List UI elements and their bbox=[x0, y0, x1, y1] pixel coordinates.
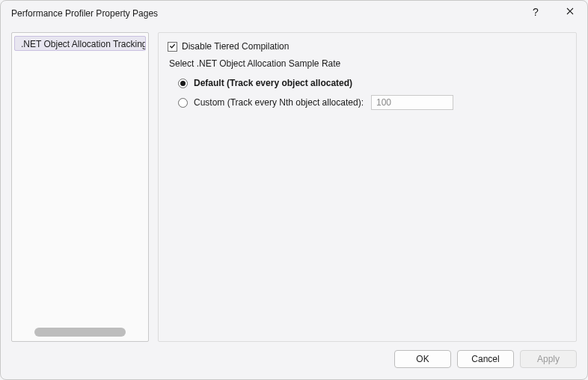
category-sidebar: .NET Object Allocation Tracking bbox=[11, 32, 149, 342]
content-area: .NET Object Allocation Tracking Disable … bbox=[1, 26, 587, 345]
sample-rate-group-label: Select .NET Object Allocation Sample Rat… bbox=[169, 58, 567, 69]
sample-rate-default-label: Default (Track every object allocated) bbox=[194, 78, 352, 88]
radio-selected-dot-icon bbox=[180, 81, 186, 86]
disable-tiered-compilation-label: Disable Tiered Compilation bbox=[182, 41, 289, 52]
sample-rate-custom-input[interactable] bbox=[371, 95, 453, 110]
dialog-title: Performance Profiler Property Pages bbox=[1, 1, 518, 19]
close-button[interactable] bbox=[553, 1, 587, 23]
settings-panel: Disable Tiered Compilation Select .NET O… bbox=[158, 32, 577, 342]
dialog-window: Performance Profiler Property Pages ? .N… bbox=[0, 0, 588, 380]
sample-rate-default-row[interactable]: Default (Track every object allocated) bbox=[178, 73, 567, 93]
help-button[interactable]: ? bbox=[518, 1, 553, 23]
ok-button-label: OK bbox=[416, 354, 429, 364]
dialog-footer: OK Cancel Apply bbox=[1, 345, 587, 379]
sidebar-item-label: .NET Object Allocation Tracking bbox=[21, 39, 146, 49]
close-icon bbox=[566, 7, 574, 17]
checkmark-icon bbox=[169, 41, 176, 52]
sidebar-horizontal-scrollbar[interactable] bbox=[34, 328, 126, 337]
apply-button-label: Apply bbox=[537, 354, 560, 364]
cancel-button-label: Cancel bbox=[471, 354, 499, 364]
sample-rate-custom-label: Custom (Track every Nth object allocated… bbox=[194, 97, 364, 108]
sample-rate-radio-group: Default (Track every object allocated) C… bbox=[178, 73, 567, 112]
category-list[interactable]: .NET Object Allocation Tracking bbox=[12, 33, 148, 328]
cancel-button[interactable]: Cancel bbox=[457, 350, 514, 368]
ok-button[interactable]: OK bbox=[394, 350, 451, 368]
disable-tiered-compilation-checkbox[interactable] bbox=[168, 42, 177, 52]
disable-tiered-compilation-row[interactable]: Disable Tiered Compilation bbox=[168, 39, 567, 54]
sample-rate-custom-row[interactable]: Custom (Track every Nth object allocated… bbox=[178, 93, 567, 112]
apply-button[interactable]: Apply bbox=[520, 350, 577, 368]
sample-rate-custom-radio[interactable] bbox=[178, 98, 188, 108]
titlebar: Performance Profiler Property Pages ? bbox=[1, 1, 587, 26]
sidebar-item-net-object-allocation[interactable]: .NET Object Allocation Tracking bbox=[14, 36, 146, 51]
sample-rate-default-radio[interactable] bbox=[178, 79, 188, 88]
